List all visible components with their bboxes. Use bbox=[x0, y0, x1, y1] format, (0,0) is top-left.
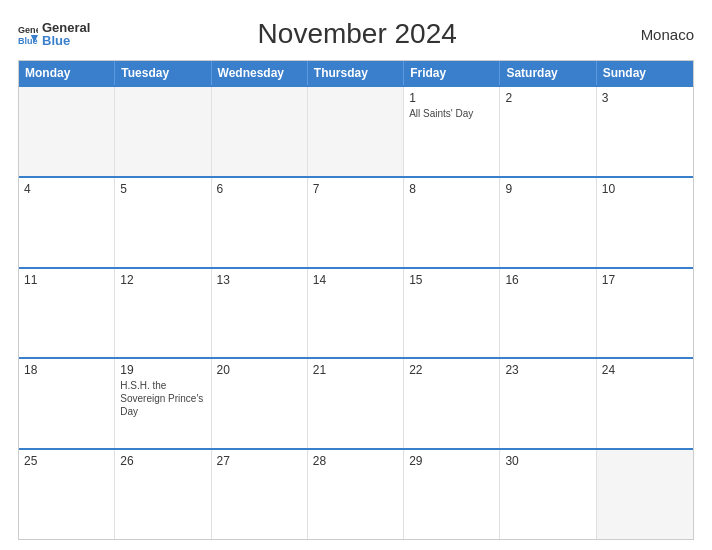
day-number: 7 bbox=[313, 182, 398, 196]
day-number: 5 bbox=[120, 182, 205, 196]
logo-icon: General Blue bbox=[18, 24, 38, 44]
day-cell-11: 11 bbox=[19, 269, 115, 358]
calendar-title: November 2024 bbox=[90, 18, 624, 50]
day-cell-29: 29 bbox=[404, 450, 500, 539]
day-number: 22 bbox=[409, 363, 494, 377]
day-number: 26 bbox=[120, 454, 205, 468]
day-number: 9 bbox=[505, 182, 590, 196]
day-number: 6 bbox=[217, 182, 302, 196]
day-cell-6: 6 bbox=[212, 178, 308, 267]
day-cell-empty bbox=[308, 87, 404, 176]
day-cell-16: 16 bbox=[500, 269, 596, 358]
day-cell-12: 12 bbox=[115, 269, 211, 358]
week-row-2: 4 5 6 7 8 9 10 bbox=[19, 176, 693, 267]
day-number: 17 bbox=[602, 273, 688, 287]
day-cell-17: 17 bbox=[597, 269, 693, 358]
day-cell-19: 19 H.S.H. the Sovereign Prince's Day bbox=[115, 359, 211, 448]
header-sunday: Sunday bbox=[597, 61, 693, 85]
day-number: 23 bbox=[505, 363, 590, 377]
header-tuesday: Tuesday bbox=[115, 61, 211, 85]
day-number: 21 bbox=[313, 363, 398, 377]
day-number: 10 bbox=[602, 182, 688, 196]
week-row-3: 11 12 13 14 15 16 17 bbox=[19, 267, 693, 358]
svg-text:General: General bbox=[18, 25, 38, 35]
day-number: 3 bbox=[602, 91, 688, 105]
day-cell-23: 23 bbox=[500, 359, 596, 448]
day-cell-7: 7 bbox=[308, 178, 404, 267]
day-cell-empty bbox=[19, 87, 115, 176]
day-cell-empty bbox=[115, 87, 211, 176]
week-row-1: 1 All Saints' Day 2 3 bbox=[19, 85, 693, 176]
day-cell-5: 5 bbox=[115, 178, 211, 267]
day-number: 11 bbox=[24, 273, 109, 287]
header: General Blue General Blue November 2024 … bbox=[18, 18, 694, 50]
day-cell-24: 24 bbox=[597, 359, 693, 448]
day-cell-13: 13 bbox=[212, 269, 308, 358]
day-number: 2 bbox=[505, 91, 590, 105]
day-cell-14: 14 bbox=[308, 269, 404, 358]
day-number: 29 bbox=[409, 454, 494, 468]
day-cell-30: 30 bbox=[500, 450, 596, 539]
day-cell-9: 9 bbox=[500, 178, 596, 267]
day-cell-21: 21 bbox=[308, 359, 404, 448]
header-thursday: Thursday bbox=[308, 61, 404, 85]
day-number: 12 bbox=[120, 273, 205, 287]
day-headers-row: Monday Tuesday Wednesday Thursday Friday… bbox=[19, 61, 693, 85]
country-label: Monaco bbox=[624, 26, 694, 43]
day-cell-3: 3 bbox=[597, 87, 693, 176]
header-monday: Monday bbox=[19, 61, 115, 85]
svg-text:Blue: Blue bbox=[18, 36, 38, 44]
day-number: 25 bbox=[24, 454, 109, 468]
day-number: 15 bbox=[409, 273, 494, 287]
header-saturday: Saturday bbox=[500, 61, 596, 85]
day-number: 4 bbox=[24, 182, 109, 196]
day-number: 30 bbox=[505, 454, 590, 468]
day-number: 19 bbox=[120, 363, 205, 377]
day-number: 16 bbox=[505, 273, 590, 287]
day-cell-1: 1 All Saints' Day bbox=[404, 87, 500, 176]
day-number: 18 bbox=[24, 363, 109, 377]
header-friday: Friday bbox=[404, 61, 500, 85]
day-event: All Saints' Day bbox=[409, 107, 494, 120]
day-cell-empty bbox=[597, 450, 693, 539]
day-cell-28: 28 bbox=[308, 450, 404, 539]
day-number: 8 bbox=[409, 182, 494, 196]
calendar-grid: Monday Tuesday Wednesday Thursday Friday… bbox=[18, 60, 694, 540]
day-cell-22: 22 bbox=[404, 359, 500, 448]
day-number: 27 bbox=[217, 454, 302, 468]
week-row-5: 25 26 27 28 29 30 bbox=[19, 448, 693, 539]
day-cell-15: 15 bbox=[404, 269, 500, 358]
day-number: 14 bbox=[313, 273, 398, 287]
day-number: 1 bbox=[409, 91, 494, 105]
day-cell-27: 27 bbox=[212, 450, 308, 539]
day-cell-4: 4 bbox=[19, 178, 115, 267]
day-cell-20: 20 bbox=[212, 359, 308, 448]
day-cell-25: 25 bbox=[19, 450, 115, 539]
weeks-container: 1 All Saints' Day 2 3 4 5 6 bbox=[19, 85, 693, 539]
week-row-4: 18 19 H.S.H. the Sovereign Prince's Day … bbox=[19, 357, 693, 448]
calendar-page: General Blue General Blue November 2024 … bbox=[0, 0, 712, 550]
day-number: 28 bbox=[313, 454, 398, 468]
day-cell-10: 10 bbox=[597, 178, 693, 267]
day-event: H.S.H. the Sovereign Prince's Day bbox=[120, 379, 205, 418]
day-cell-8: 8 bbox=[404, 178, 500, 267]
day-cell-2: 2 bbox=[500, 87, 596, 176]
day-number: 13 bbox=[217, 273, 302, 287]
logo-blue-text: Blue bbox=[42, 34, 90, 47]
header-wednesday: Wednesday bbox=[212, 61, 308, 85]
day-cell-26: 26 bbox=[115, 450, 211, 539]
day-number: 24 bbox=[602, 363, 688, 377]
logo: General Blue General Blue bbox=[18, 21, 90, 47]
day-number: 20 bbox=[217, 363, 302, 377]
day-cell-18: 18 bbox=[19, 359, 115, 448]
day-cell-empty bbox=[212, 87, 308, 176]
